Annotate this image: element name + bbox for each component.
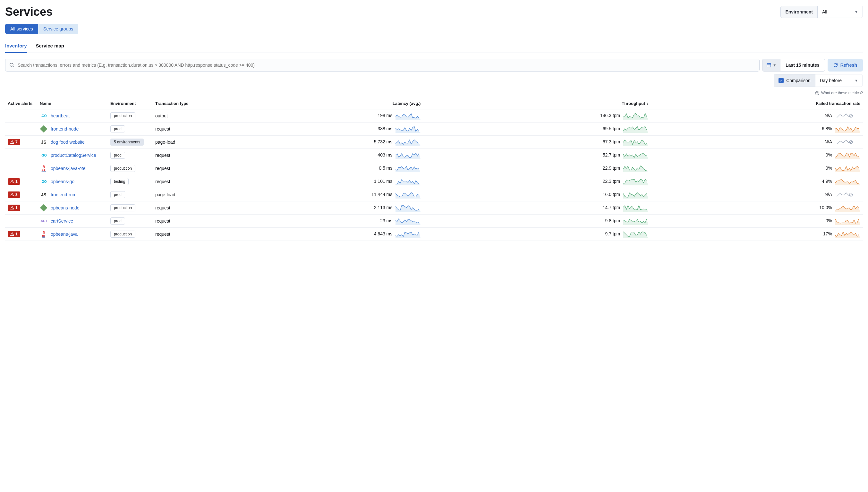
alert-badge[interactable]: 1 xyxy=(8,205,20,211)
latency-value: 23 ms xyxy=(380,218,392,223)
time-range-value[interactable]: Last 15 minutes xyxy=(780,59,825,71)
comparison-toggle[interactable]: ✓ Comparison xyxy=(774,74,815,87)
svg-point-7 xyxy=(817,94,817,94)
col-txn[interactable]: Transaction type xyxy=(153,98,191,109)
svg-point-11 xyxy=(12,143,12,143)
col-alerts[interactable]: Active alerts xyxy=(5,98,37,109)
tab-inventory[interactable]: Inventory xyxy=(5,41,27,53)
tab-service-map[interactable]: Service map xyxy=(36,41,64,53)
svg-line-20 xyxy=(850,193,852,196)
service-link[interactable]: dog food website xyxy=(51,140,85,145)
nodejs-icon xyxy=(40,204,48,212)
throughput-value: 52.7 tpm xyxy=(603,152,620,157)
failed-rate-value: N/A xyxy=(825,113,832,118)
failed-rate-value: N/A xyxy=(825,192,832,197)
transaction-type: output xyxy=(153,109,191,123)
environment-tag: production xyxy=(110,112,135,119)
sparkline xyxy=(396,165,421,172)
environment-tag: prod xyxy=(110,191,125,198)
sparkline xyxy=(835,230,860,238)
table-row: -GOheartbeatproductionoutput198 ms146.3 … xyxy=(5,109,863,123)
tabs: Inventory Service map xyxy=(5,41,863,53)
chevron-down-icon: ▼ xyxy=(773,63,776,67)
failed-rate-value: 0% xyxy=(826,152,832,157)
search-box[interactable] xyxy=(5,59,760,72)
col-latency[interactable]: Latency (avg.) xyxy=(191,98,423,109)
col-throughput[interactable]: Throughput↓ xyxy=(423,98,651,109)
throughput-value: 22.9 tpm xyxy=(603,166,620,171)
alert-badge[interactable]: 7 xyxy=(8,139,20,145)
na-sparkline-icon xyxy=(835,138,860,146)
alert-badge[interactable]: 1 xyxy=(8,231,20,237)
service-link[interactable]: frontend-node xyxy=(51,126,79,131)
calendar-button[interactable]: ▼ xyxy=(763,59,780,71)
sparkline xyxy=(835,125,860,133)
table-row: 3JSfrontend-rumprodpage-load11,444 ms16.… xyxy=(5,188,863,201)
environment-value[interactable]: All ▼ xyxy=(818,6,863,18)
table-row: 1opbeans-javaproductionrequest4,643 ms9.… xyxy=(5,228,863,241)
service-link[interactable]: frontend-rum xyxy=(51,192,76,197)
sparkline xyxy=(835,178,860,186)
environment-tag: 5 environments xyxy=(110,139,144,146)
transaction-type: page-load xyxy=(153,136,191,149)
table-row: 1opbeans-nodeproductionrequest2,113 ms14… xyxy=(5,201,863,215)
chevron-down-icon: ▼ xyxy=(854,79,858,82)
chevron-down-icon: ▼ xyxy=(854,10,858,14)
search-input[interactable] xyxy=(18,63,755,68)
nodejs-icon xyxy=(40,125,48,133)
service-link[interactable]: heartbeat xyxy=(51,113,70,118)
environment-tag: production xyxy=(110,165,135,172)
col-name[interactable]: Name xyxy=(37,98,108,109)
search-icon xyxy=(9,63,15,68)
col-env[interactable]: Environment xyxy=(108,98,153,109)
environment-tag: prod xyxy=(110,218,125,224)
go-icon: -GO xyxy=(40,178,48,186)
java-icon xyxy=(40,230,48,238)
js-icon: JS xyxy=(40,138,48,146)
js-icon: JS xyxy=(40,191,48,199)
svg-point-25 xyxy=(42,237,46,237)
table-row: -GOproductCatalogServiceprodrequest403 m… xyxy=(5,149,863,162)
table-row: .NETcartServiceprodrequest23 ms9.8 tpm0% xyxy=(5,215,863,228)
comparison-value-select[interactable]: Day before ▼ xyxy=(815,74,863,87)
sparkline xyxy=(623,151,648,159)
environment-tag: prod xyxy=(110,125,125,132)
svg-line-13 xyxy=(850,141,852,143)
refresh-button[interactable]: Refresh xyxy=(827,59,863,72)
environment-label: Environment xyxy=(781,6,818,18)
sparkline xyxy=(835,165,860,172)
sparkline xyxy=(623,178,648,186)
latency-value: 4,643 ms xyxy=(374,231,393,237)
service-link[interactable]: opbeans-node xyxy=(51,205,79,211)
failed-rate-value: 0% xyxy=(826,218,832,223)
service-link[interactable]: opbeans-go xyxy=(51,179,74,184)
service-link[interactable]: opbeans-java xyxy=(51,231,78,237)
service-link[interactable]: opbeans-java-otel xyxy=(51,166,86,171)
environment-selector[interactable]: Environment All ▼ xyxy=(780,6,863,18)
transaction-type: request xyxy=(153,149,191,162)
sparkline xyxy=(835,151,860,159)
sparkline xyxy=(396,125,421,133)
sparkline xyxy=(623,125,648,133)
latency-value: 1,101 ms xyxy=(374,179,393,184)
svg-point-14 xyxy=(42,171,46,172)
latency-value: 0.5 ms xyxy=(379,166,392,171)
sparkline xyxy=(835,217,860,225)
svg-point-24 xyxy=(12,235,12,235)
metrics-hint-link[interactable]: What are these metrics? xyxy=(5,91,863,95)
table-row: opbeans-java-otelproductionrequest0.5 ms… xyxy=(5,162,863,175)
time-range-picker[interactable]: ▼ Last 15 minutes xyxy=(762,59,825,72)
sparkline xyxy=(396,204,421,212)
service-link[interactable]: productCatalogService xyxy=(51,153,96,158)
all-services-toggle[interactable]: All services xyxy=(5,24,38,34)
col-failed[interactable]: Failed transaction rate xyxy=(651,98,863,109)
service-link[interactable]: cartService xyxy=(51,218,73,224)
svg-line-9 xyxy=(850,115,852,117)
failed-rate-value: 6.8% xyxy=(822,126,832,131)
sparkline xyxy=(623,112,648,120)
alert-badge[interactable]: 1 xyxy=(8,178,20,185)
failed-rate-value: 10.0% xyxy=(819,205,832,210)
service-groups-toggle[interactable]: Service groups xyxy=(38,24,78,34)
sparkline xyxy=(623,165,648,172)
alert-badge[interactable]: 3 xyxy=(8,192,20,198)
